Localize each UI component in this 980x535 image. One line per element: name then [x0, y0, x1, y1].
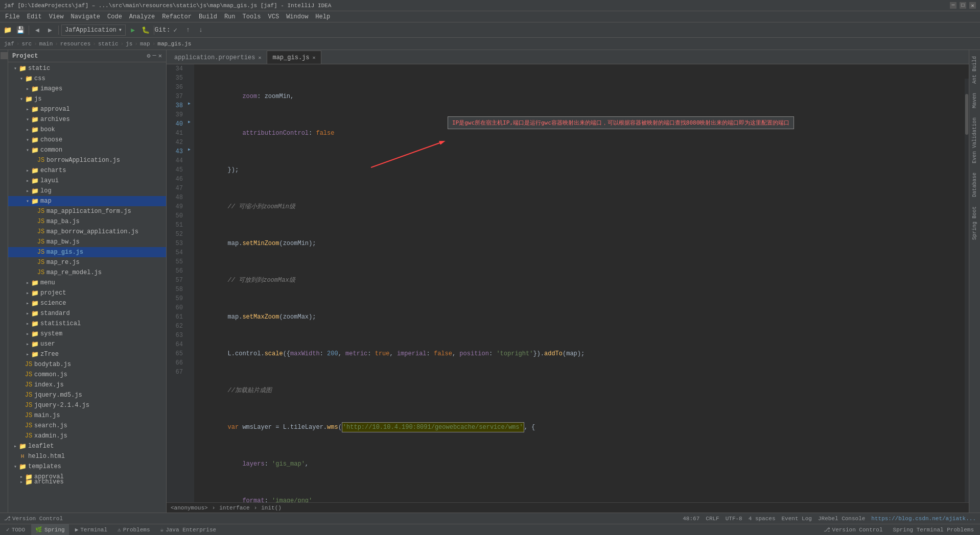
tree-item-map-bw[interactable]: JS map_bw.js [8, 237, 166, 247]
code-line-37[interactable]: // 可缩小到zoomMin级 [194, 202, 969, 211]
bottom-tab-terminal[interactable]: ▶ Terminal [71, 524, 111, 536]
code-line-41[interactable]: L.control.scale({maxWidth: 200, metric: … [194, 349, 969, 358]
code-line-35[interactable]: attributionControl: false [194, 129, 969, 138]
tree-item-images[interactable]: ▸ 📁 images [8, 84, 166, 94]
panel-close-icon[interactable]: ✕ [158, 52, 162, 60]
bottom-tab-version-control[interactable]: ⎇ Version Control [820, 524, 887, 536]
tree-item-map-remodel[interactable]: JS map_re_model.js [8, 268, 166, 278]
tab-map-gis[interactable]: map_gis.js ✕ [267, 51, 321, 64]
tree-item-jquerymd5[interactable]: JS jquery.md5.js [8, 390, 166, 400]
bottom-tab-java-enterprise[interactable]: ☕ Java Enterprise [156, 524, 221, 536]
minimize-button[interactable]: ─ [950, 2, 956, 9]
menu-run[interactable]: Run [221, 12, 239, 21]
breadcrumb-file[interactable]: map_gis.js [157, 41, 191, 47]
tree-item-echarts[interactable]: ▸ 📁 echarts [8, 165, 166, 176]
code-line-34[interactable]: zoom: zoomMin, [194, 92, 969, 101]
panel-gear-icon[interactable]: ⚙ [147, 52, 150, 60]
menu-window[interactable]: Window [283, 12, 311, 21]
tree-item-log[interactable]: ▸ 📁 log [8, 186, 166, 196]
toolbar-forward-btn[interactable]: ▶ [44, 25, 56, 36]
tree-item-bodytab[interactable]: JS bodytab.js [8, 359, 166, 370]
tab-close-icon[interactable]: ✕ [258, 55, 261, 61]
menu-tools[interactable]: Tools [240, 12, 264, 21]
menu-view[interactable]: View [46, 12, 67, 21]
code-line-43[interactable]: var wmsLayer = L.tileLayer.wms('http://1… [194, 423, 969, 432]
tree-item-mainjs[interactable]: JS main.js [8, 410, 166, 421]
tree-item-map-borrow[interactable]: JS map_borrow_application.js [8, 227, 166, 237]
right-maven-btn[interactable]: Maven [971, 89, 978, 112]
git-commit-btn[interactable]: ✓ [170, 25, 181, 36]
tree-item-map-appform[interactable]: JS map_application_form.js [8, 206, 166, 216]
left-icon-project[interactable] [1, 52, 8, 59]
tree-item-jquery214[interactable]: JS jquery-2.1.4.js [8, 400, 166, 410]
tree-item-statistical[interactable]: ▸ 📁 statistical [8, 319, 166, 329]
breadcrumb-resources[interactable]: resources [60, 41, 90, 47]
code-line-42[interactable]: //加载贴片成图 [194, 386, 969, 395]
right-even-validation-btn[interactable]: Even Validation [971, 113, 978, 167]
tree-item-css[interactable]: ▾ 📁 css [8, 74, 166, 84]
run-btn[interactable]: ▶ [127, 25, 138, 36]
tree-item-layui[interactable]: ▸ 📁 layui [8, 176, 166, 186]
git-push-btn[interactable]: ↑ [182, 25, 194, 36]
bottom-tab-spring[interactable]: 🌿 Spring [31, 524, 69, 536]
tree-item-searchjs[interactable]: JS search.js [8, 421, 166, 431]
status-jrebel[interactable]: JRebel Console [818, 516, 865, 522]
tab-application-properties[interactable]: application.properties ✕ [169, 51, 267, 64]
panel-collapse-icon[interactable]: — [153, 52, 156, 60]
tree-item-map-gis[interactable]: JS map_gis.js [8, 247, 166, 257]
breadcrumb-src[interactable]: src [21, 41, 32, 47]
breadcrumb-static[interactable]: static [98, 41, 119, 47]
toolbar-open-btn[interactable]: 📁 [2, 25, 13, 36]
vertical-scrollbar[interactable] [965, 79, 969, 502]
right-database-btn[interactable]: Database [971, 168, 978, 201]
tree-item-standard[interactable]: ▸ 📁 standard [8, 308, 166, 319]
menu-navigate[interactable]: Navigate [67, 12, 103, 21]
breadcrumb-main[interactable]: main [39, 41, 53, 47]
bottom-tab-todo[interactable]: ✓ TODO [2, 524, 29, 536]
tree-item-ztree[interactable]: ▸ 📁 zTree [8, 349, 166, 359]
code-line-45[interactable]: format: 'image/png' [194, 496, 969, 502]
menu-vcs[interactable]: VCS [265, 12, 283, 21]
tree-item-static[interactable]: ▾ 📁 static [8, 63, 166, 74]
tree-item-system[interactable]: ▸ 📁 system [8, 329, 166, 339]
breadcrumb-map[interactable]: map [140, 41, 150, 47]
menu-analyze[interactable]: Analyze [126, 12, 158, 21]
tree-item-js[interactable]: ▾ 📁 js [8, 94, 166, 104]
code-line-38[interactable]: map.setMinZoom(zoomMin); [194, 239, 969, 248]
tree-item-science[interactable]: ▸ 📁 science [8, 298, 166, 308]
breadcrumb-js[interactable]: js [126, 41, 132, 47]
menu-edit[interactable]: Edit [24, 12, 45, 21]
tree-item-leaflet[interactable]: ▸ 📁 leaflet [8, 441, 166, 451]
tree-item-menu[interactable]: ▸ 📁 menu [8, 278, 166, 288]
tree-item-templates-archives[interactable]: ▸ 📁 archives [8, 482, 166, 492]
scrollbar-thumb[interactable] [965, 94, 968, 135]
tree-item-project-folder[interactable]: ▸ 📁 project [8, 288, 166, 298]
tree-item-book[interactable]: ▸ 📁 book [8, 125, 166, 135]
bottom-tab-spring-terminal[interactable]: Spring Terminal Problems [889, 524, 978, 536]
code-line-39[interactable]: // 可放到到zoomMax级 [194, 276, 969, 285]
tree-item-user[interactable]: ▸ 📁 user [8, 339, 166, 349]
tree-item-approval[interactable]: ▸ 📁 approval [8, 104, 166, 114]
tree-item-archives[interactable]: ▾ 📁 archives [8, 114, 166, 125]
tree-item-hello[interactable]: H hello.html [8, 451, 166, 461]
toolbar-back-btn[interactable]: ◀ [32, 25, 43, 36]
right-spring-boot-btn[interactable]: Spring Boot [971, 202, 978, 244]
run-config-dropdown[interactable]: JafApplication ▾ [61, 25, 126, 36]
tree-item-choose[interactable]: ▾ 📁 choose [8, 135, 166, 145]
git-pull-btn[interactable]: ↓ [195, 25, 206, 36]
menu-build[interactable]: Build [196, 12, 220, 21]
tree-item-borrowApplication[interactable]: JS borrowApplication.js [8, 155, 166, 165]
window-controls[interactable]: ─ □ ✕ [950, 2, 976, 9]
menu-refactor[interactable]: Refactor [159, 12, 195, 21]
close-button[interactable]: ✕ [969, 2, 976, 9]
tree-item-common[interactable]: ▾ 📁 common [8, 145, 166, 155]
tab-close-icon[interactable]: ✕ [312, 55, 315, 61]
tree-item-map-ba[interactable]: JS map_ba.js [8, 216, 166, 227]
tree-item-map-re[interactable]: JS map_re.js [8, 257, 166, 268]
debug-btn[interactable]: 🐛 [140, 25, 151, 36]
maximize-button[interactable]: □ [960, 2, 966, 9]
bottom-tab-problems[interactable]: ⚠ Problems [113, 524, 154, 536]
menu-help[interactable]: Help [312, 12, 333, 21]
menu-code[interactable]: Code [104, 12, 125, 21]
status-event-log[interactable]: Event Log [782, 516, 812, 522]
